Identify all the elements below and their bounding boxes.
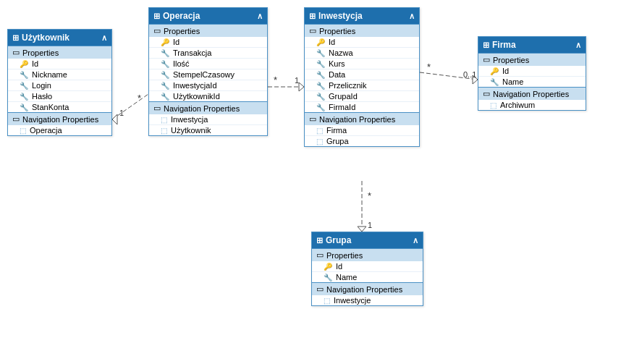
field-ilosc: 🔧 Ilość (149, 58, 267, 69)
property-icon: 🔧 (490, 78, 499, 86)
property-icon: 🔧 (20, 103, 28, 111)
operacja-properties-body: 🔑 Id 🔧 Transakcja 🔧 Ilość 🔧 StempelCzaso… (149, 37, 267, 101)
property-icon: 🔧 (316, 49, 325, 57)
nav-icon: ⬚ (316, 137, 323, 145)
field-stankonta: 🔧 StanKonta (8, 101, 111, 112)
field-nickname: 🔧 Nickname (8, 69, 111, 80)
minus-icon: ▭ (316, 250, 324, 260)
property-icon: 🔧 (316, 93, 325, 101)
field-id: 🔑 Id (149, 37, 267, 47)
nav-icon: ⬚ (161, 116, 167, 124)
nav-icon: ⬚ (316, 127, 323, 135)
svg-text:*: * (138, 93, 141, 103)
property-icon: 🔧 (161, 71, 169, 79)
field-grupaid: 🔧 GrupaId (305, 90, 419, 101)
key-icon: 🔑 (316, 38, 325, 46)
minus-icon2: ▭ (309, 114, 316, 124)
collapse-icon[interactable]: ∧ (575, 41, 581, 50)
nav-icon: ⬚ (324, 297, 330, 305)
property-icon: 🔧 (316, 103, 325, 111)
nav-icon: ⬚ (20, 127, 26, 135)
entity-operacja-title: Operacja (163, 11, 200, 21)
inwestycja-nav-label: Navigation Properties (319, 115, 395, 124)
firma-nav-body: ⬚ Archiwum (478, 100, 586, 110)
field-inwestycjaid: 🔧 InwestycjaId (149, 80, 267, 90)
svg-text:*: * (427, 62, 431, 72)
grupa-properties-label: Properties (326, 251, 363, 260)
minus-icon2: ▭ (153, 103, 161, 113)
property-icon: 🔧 (316, 60, 325, 68)
firma-properties-body: 🔑 Id 🔧 Name (478, 66, 586, 87)
uzytkownik-nav-body: ⬚ Operacja (8, 125, 111, 135)
minus-icon2: ▭ (316, 284, 324, 294)
nav-inwestycja: ⬚ Inwestycja (149, 114, 267, 124)
minus-icon: ▭ (483, 55, 490, 64)
field-uzytkownikid: 🔧 UżytkownikId (149, 90, 267, 101)
property-icon: 🔧 (20, 82, 28, 90)
inwestycja-nav-header[interactable]: ▭ Navigation Properties (305, 112, 419, 125)
operacja-nav-header[interactable]: ▭ Navigation Properties (149, 101, 267, 114)
property-icon: 🔧 (161, 49, 169, 57)
firma-properties-header[interactable]: ▭ Properties (478, 53, 586, 66)
property-icon: 🔧 (20, 93, 28, 101)
firma-nav-header[interactable]: ▭ Navigation Properties (478, 87, 586, 100)
field-id: 🔑 Id (312, 261, 423, 271)
operacja-properties-header[interactable]: ▭ Properties (149, 24, 267, 37)
property-icon: 🔧 (161, 60, 169, 68)
entity-icon: ⊞ (316, 236, 323, 245)
firma-nav-label: Navigation Properties (493, 90, 569, 98)
field-id: 🔑 Id (478, 66, 586, 76)
uzytkownik-properties-body: 🔑 Id 🔧 Nickname 🔧 Login 🔧 Hasło 🔧 StanKo… (8, 59, 111, 112)
operacja-nav-body: ⬚ Inwestycja ⬚ Użytkownik (149, 114, 267, 135)
nav-operacja: ⬚ Operacja (8, 125, 111, 135)
field-firmaid: 🔧 FirmaId (305, 101, 419, 112)
nav-icon: ⬚ (161, 127, 167, 135)
key-icon: 🔑 (161, 38, 169, 46)
entity-firma: ⊞ Firma ∧ ▭ Properties 🔑 Id 🔧 Name ▭ Nav… (478, 36, 586, 111)
svg-text:*: * (368, 190, 371, 201)
collapse-icon[interactable]: ∧ (409, 12, 415, 21)
field-nazwa: 🔧 Nazwa (305, 47, 419, 58)
key-icon: 🔑 (490, 67, 499, 75)
svg-text:1: 1 (295, 76, 299, 85)
field-login: 🔧 Login (8, 80, 111, 90)
svg-marker-5 (299, 82, 304, 91)
entity-grupa: ⊞ Grupa ∧ ▭ Properties 🔑 Id 🔧 Name ▭ Nav… (311, 232, 423, 306)
entity-icon: ⊞ (12, 33, 19, 43)
field-name: 🔧 Name (478, 76, 586, 87)
collapse-icon[interactable]: ∧ (257, 12, 263, 21)
minus-icon2: ▭ (12, 114, 20, 124)
uzytkownik-nav-header[interactable]: ▭ Navigation Properties (8, 112, 111, 125)
grupa-properties-body: 🔑 Id 🔧 Name (312, 261, 423, 282)
property-icon: 🔧 (316, 71, 325, 79)
entity-icon: ⊞ (153, 12, 160, 21)
operacja-properties-label: Properties (164, 27, 200, 35)
entity-inwestycja-header: ⊞ Inwestycja ∧ (305, 8, 419, 24)
collapse-icon[interactable]: ∧ (413, 236, 418, 245)
uzytkownik-properties-label: Properties (22, 48, 59, 57)
svg-text:0..1: 0..1 (463, 70, 476, 79)
svg-marker-13 (358, 227, 366, 232)
collapse-icon[interactable]: ∧ (101, 33, 107, 43)
key-icon: 🔑 (20, 60, 28, 68)
field-haslo: 🔧 Hasło (8, 90, 111, 101)
nav-grupa: ⬚ Grupa (305, 135, 419, 146)
entity-icon: ⊞ (483, 41, 489, 50)
grupa-properties-header[interactable]: ▭ Properties (312, 248, 423, 261)
property-icon: 🔧 (316, 82, 325, 90)
uzytkownik-properties-header[interactable]: ▭ Properties (8, 46, 111, 59)
inwestycja-properties-header[interactable]: ▭ Properties (305, 24, 419, 37)
minus-icon: ▭ (12, 48, 20, 57)
grupa-nav-body: ⬚ Inwestycje (312, 295, 423, 305)
field-stempelczasowy: 🔧 StempelCzasowy (149, 69, 267, 80)
field-name: 🔧 Name (312, 271, 423, 282)
svg-marker-1 (112, 114, 117, 124)
property-icon: 🔧 (324, 274, 332, 282)
key-icon: 🔑 (324, 263, 332, 271)
inwestycja-properties-body: 🔑 Id 🔧 Nazwa 🔧 Kurs 🔧 Data 🔧 Przelicznik… (305, 37, 419, 112)
entity-firma-title: Firma (492, 40, 516, 50)
grupa-nav-header[interactable]: ▭ Navigation Properties (312, 282, 423, 295)
inwestycja-nav-body: ⬚ Firma ⬚ Grupa (305, 125, 419, 146)
property-icon: 🔧 (161, 93, 169, 101)
svg-line-8 (420, 72, 478, 80)
